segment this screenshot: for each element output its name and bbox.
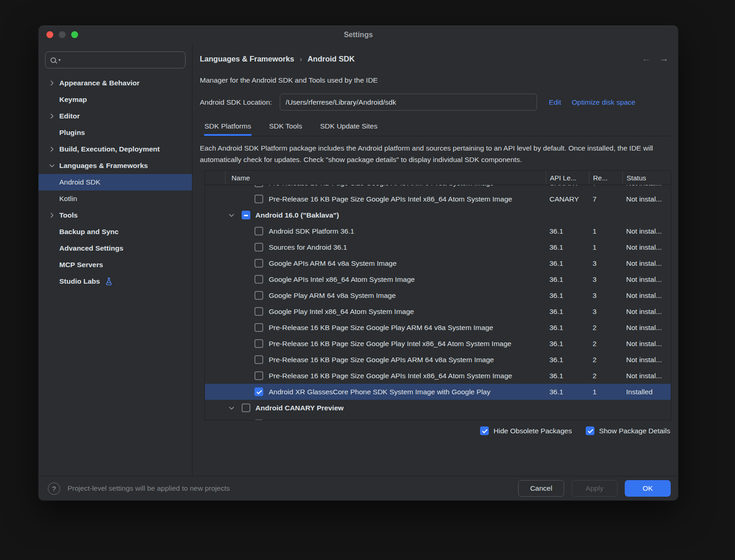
traffic-lights xyxy=(46,31,78,38)
table-row[interactable]: Pre-Release 16 KB Page Size Google APIs … xyxy=(205,368,671,384)
row-checkbox[interactable] xyxy=(254,387,263,396)
zoom-window-button[interactable] xyxy=(71,31,78,38)
sidebar-item-label: Languages & Frameworks xyxy=(59,162,148,170)
row-spacer xyxy=(205,303,225,319)
sidebar-item-tools[interactable]: Tools xyxy=(39,207,192,224)
column-header-api-level[interactable]: API Le... xyxy=(546,171,589,185)
forward-arrow-icon[interactable]: → xyxy=(660,54,668,64)
sdk-location-label: Android SDK Location: xyxy=(200,98,272,106)
sidebar-item-build-execution-deployment[interactable]: Build, Execution, Deployment xyxy=(39,141,192,157)
checkbox-show-package-details[interactable]: Show Package Details xyxy=(586,426,670,435)
row-spacer xyxy=(205,207,225,223)
table-row[interactable]: Google Play ARM 64 v8a System Image36.13… xyxy=(205,287,671,303)
sidebar-item-kotlin[interactable]: Kotlin xyxy=(39,190,192,207)
tab-sdk-tools[interactable]: SDK Tools xyxy=(269,122,302,136)
sidebar-item-label: Tools xyxy=(59,211,78,219)
settings-window: Settings ▾ Appearance & BehaviorKeymapEd… xyxy=(38,25,678,501)
package-name: Pre-Release 16 KB Page Size Google Play … xyxy=(269,340,546,348)
tab-sdk-update-sites[interactable]: SDK Update Sites xyxy=(320,122,378,136)
sidebar-item-label: Editor xyxy=(59,112,80,120)
table-row[interactable]: Google Play Intel x86_64 Atom System Ima… xyxy=(205,303,671,319)
sidebar-item-backup-and-sync[interactable]: Backup and Sync xyxy=(39,224,192,240)
checkbox-label: Show Package Details xyxy=(599,427,670,435)
row-checkbox[interactable] xyxy=(254,275,263,284)
breadcrumb-languages-frameworks[interactable]: Languages & Frameworks xyxy=(200,55,294,63)
row-spacer xyxy=(205,336,225,352)
ok-button[interactable]: OK xyxy=(625,480,671,497)
row-checkbox[interactable] xyxy=(254,227,263,235)
table-row[interactable]: Pre-Release 16 KB Page Size Google APIs … xyxy=(205,185,671,191)
row-checkbox[interactable] xyxy=(254,259,263,268)
row-checkbox[interactable] xyxy=(254,420,263,420)
checkbox-hide-obsolete-packages[interactable]: Hide Obsolete Packages xyxy=(480,426,572,435)
row-checkbox[interactable] xyxy=(254,185,263,187)
package-name: Android SDK Platform 36.1 xyxy=(269,227,546,235)
package-name: Google Play ARM 64 v8a System Image xyxy=(269,291,546,300)
sidebar-item-plugins[interactable]: Plugins xyxy=(39,124,192,141)
column-header-revision[interactable]: Re... xyxy=(589,171,622,185)
sidebar-item-label: MCP Servers xyxy=(59,261,103,269)
row-spacer xyxy=(205,368,225,384)
revision-value xyxy=(589,400,622,416)
table-row[interactable]: Android XR GlassesCore Phone SDK System … xyxy=(205,384,671,400)
row-checkbox[interactable] xyxy=(254,371,263,380)
bottom-bar: ? Project-level settings will be applied… xyxy=(39,476,678,500)
table-row[interactable]: Sources for Android 36.136.11Not instal.… xyxy=(205,239,671,255)
api-level-value: CANARY xyxy=(546,191,589,207)
row-checkbox[interactable] xyxy=(254,355,263,364)
table-row[interactable]: Pre-Release 16 KB Page Size Google Play … xyxy=(205,319,671,336)
row-spacer xyxy=(205,271,225,287)
minimize-window-button[interactable] xyxy=(59,31,66,38)
help-icon[interactable]: ? xyxy=(48,482,60,495)
package-name: Android CANARY Preview xyxy=(255,404,344,412)
table-row[interactable]: Android SDK Platform 36.136.11Not instal… xyxy=(205,223,671,239)
sidebar-item-advanced-settings[interactable]: Advanced Settings xyxy=(39,240,192,257)
table-row[interactable] xyxy=(205,416,671,420)
sidebar-item-editor[interactable]: Editor xyxy=(39,108,192,124)
row-checkbox[interactable] xyxy=(254,307,263,316)
column-header-status[interactable]: Status xyxy=(622,171,671,185)
package-name: Pre-Release 16 KB Page Size Google Play … xyxy=(269,324,546,332)
table-row[interactable]: Pre-Release 16 KB Page Size Google APIs … xyxy=(205,191,671,207)
row-checkbox[interactable] xyxy=(254,243,263,252)
checkbox-icon[interactable] xyxy=(480,426,489,435)
tab-sdk-platforms[interactable]: SDK Platforms xyxy=(204,122,251,136)
sidebar-item-studio-labs[interactable]: Studio Labs xyxy=(39,273,192,290)
status-value: Not instal... xyxy=(622,336,671,352)
table-row[interactable]: Pre-Release 16 KB Page Size Google APIs … xyxy=(205,352,671,368)
row-checkbox[interactable] xyxy=(254,323,263,332)
table-group-row[interactable]: Android 16.0 ("Baklava") xyxy=(205,207,671,223)
table-group-row[interactable]: Android CANARY Preview xyxy=(205,400,671,416)
sidebar-item-appearance-behavior[interactable]: Appearance & Behavior xyxy=(39,75,192,91)
edit-link[interactable]: Edit xyxy=(549,98,561,106)
api-level-value: 36.1 xyxy=(546,287,589,303)
api-level-value: 36.1 xyxy=(546,336,589,352)
table-row[interactable]: Pre-Release 16 KB Page Size Google Play … xyxy=(205,336,671,352)
sidebar-item-languages-frameworks[interactable]: Languages & Frameworks xyxy=(39,157,192,174)
row-checkbox[interactable] xyxy=(254,291,263,300)
column-header-name[interactable]: Name xyxy=(225,171,546,185)
sidebar-item-android-sdk[interactable]: Android SDK xyxy=(39,174,192,190)
close-window-button[interactable] xyxy=(46,31,53,38)
sidebar-item-mcp-servers[interactable]: MCP Servers xyxy=(39,257,192,273)
chevron-down-icon xyxy=(48,162,56,169)
row-spacer xyxy=(205,223,225,239)
titlebar: Settings xyxy=(39,26,678,44)
checkbox-icon[interactable] xyxy=(586,426,594,435)
table-row[interactable]: Google APIs Intel x86_64 Atom System Ima… xyxy=(205,271,671,287)
back-arrow-icon[interactable]: ← xyxy=(642,54,650,64)
table-row[interactable]: Google APIs ARM 64 v8a System Image36.13… xyxy=(205,255,671,271)
optimize-disk-space-link[interactable]: Optimize disk space xyxy=(572,98,636,106)
api-level-value: 36.1 xyxy=(546,352,589,368)
sidebar-item-keymap[interactable]: Keymap xyxy=(39,91,192,108)
row-checkbox[interactable] xyxy=(242,211,250,219)
search-options-caret-icon[interactable]: ▾ xyxy=(58,58,61,62)
row-checkbox[interactable] xyxy=(254,339,263,348)
chevron-down-icon xyxy=(228,212,235,219)
row-checkbox[interactable] xyxy=(242,403,250,412)
row-checkbox[interactable] xyxy=(254,195,263,203)
sdk-location-field[interactable] xyxy=(280,94,537,111)
checkbox-label: Hide Obsolete Packages xyxy=(493,427,572,435)
cancel-button[interactable]: Cancel xyxy=(518,480,564,497)
sidebar-search-input[interactable]: ▾ xyxy=(45,51,186,68)
